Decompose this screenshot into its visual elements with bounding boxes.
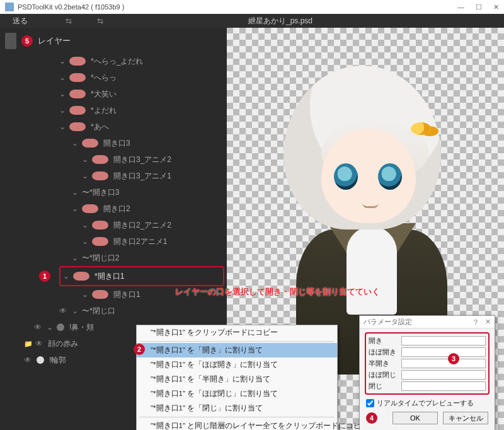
preview-checkbox[interactable]: リアルタイムでプレビューする bbox=[365, 395, 490, 410]
menu-item-assign-half[interactable]: "*開き口1" を「半開き」に割り当て bbox=[137, 372, 337, 386]
layer-row[interactable]: ⌄開き口3_アニメ1 bbox=[59, 168, 224, 184]
layer-thumb bbox=[69, 90, 86, 98]
layer-row[interactable]: ⌄*あへ bbox=[59, 119, 224, 135]
chevron-down-icon: ⌄ bbox=[72, 139, 81, 148]
layer-row-selected[interactable]: 1 ⌄*開き口1 bbox=[59, 266, 224, 286]
layer-row[interactable]: ⌄〜*閉じ口2 bbox=[59, 250, 224, 266]
menu-item-copy-siblings[interactable]: "*開き口1" と同じ階層のレイヤー全てをクリップボードにコピー bbox=[137, 419, 337, 430]
menu-item-assign-close[interactable]: "*開き口1" を「閉じ」に割り当て bbox=[137, 401, 337, 415]
layer-thumb bbox=[57, 323, 64, 331]
parameter-grid: 3 開き ほぼ開き 半開き ほぼ閉じ 閉じ bbox=[365, 332, 490, 395]
layer-thumb bbox=[92, 155, 108, 164]
layer-row[interactable]: ⌄開き口2 bbox=[59, 200, 224, 217]
maximize-button[interactable]: ☐ bbox=[476, 3, 482, 11]
layer-thumb bbox=[82, 139, 98, 148]
menu-item-copy[interactable]: "*開き口1" をクリップボードにコピー bbox=[137, 325, 337, 340]
chevron-down-icon: ⌄ bbox=[82, 221, 91, 230]
menu-item-assign-open[interactable]: 2 "*開き口1" を「開き」に割り当て bbox=[137, 343, 337, 357]
document-thumbnail[interactable] bbox=[5, 33, 16, 49]
chevron-down-icon: ⌄ bbox=[72, 188, 81, 197]
context-menu: "*開き口1" をクリップボードにコピー 2 "*開き口1" を「開き」に割り当… bbox=[136, 325, 338, 430]
layer-row[interactable]: ⌄開き口2アニメ1 bbox=[59, 233, 224, 250]
cancel-button[interactable]: キャンセル bbox=[443, 412, 488, 424]
param-label: ほぼ閉じ bbox=[369, 370, 398, 380]
layer-thumb bbox=[82, 204, 98, 213]
layer-thumb bbox=[69, 57, 86, 66]
layer-panel-header: 5 レイヤー bbox=[3, 32, 224, 50]
chevron-down-icon: ⌄ bbox=[59, 122, 68, 131]
menu-item-assign-almost-open[interactable]: "*開き口1" を「ほぼ開き」に割り当て bbox=[137, 357, 337, 372]
param-input-close[interactable] bbox=[401, 381, 486, 391]
layer-thumb bbox=[92, 221, 108, 230]
layer-row[interactable]: ⌄開き口3_アニメ2 bbox=[59, 151, 224, 168]
preview-checkbox-label: リアルタイムでプレビューする bbox=[377, 398, 474, 408]
layer-panel-title: レイヤー bbox=[38, 35, 71, 47]
layer-thumb bbox=[92, 237, 108, 246]
param-input-almost-open[interactable] bbox=[401, 347, 486, 357]
chevron-down-icon: ⌄ bbox=[59, 73, 68, 82]
send-menu[interactable]: 送る bbox=[13, 16, 28, 26]
parameter-dialog: パラメータ設定 ? ✕ 3 開き ほぼ開き 半開き ほぼ閉じ 閉じ リアルタイム… bbox=[359, 315, 495, 430]
chevron-down-icon: ⌄ bbox=[72, 204, 81, 213]
layer-row[interactable]: ⌄*へらっ_よだれ bbox=[59, 53, 224, 69]
layer-thumb bbox=[73, 272, 89, 281]
chevron-down-icon: ⌄ bbox=[63, 272, 72, 281]
eye-icon[interactable]: 👁 bbox=[24, 356, 33, 364]
badge-3: 3 bbox=[448, 353, 459, 364]
layer-row[interactable]: 👁⌄〜*閉じ口 bbox=[59, 303, 224, 319]
annotation-text: レイヤーの口を選択して開き・閉じ等を割り当てていく bbox=[175, 286, 496, 298]
param-label: 開き bbox=[369, 336, 398, 346]
param-input-open[interactable] bbox=[401, 336, 486, 346]
swap-right-icon[interactable]: ⇆ bbox=[97, 16, 103, 25]
layer-list: ⌄*へらっ_よだれ ⌄*へらっ ⌄*大笑い ⌄*よだれ ⌄*あへ ⌄開き口3 ⌄… bbox=[3, 50, 224, 368]
chevron-down-icon: ⌄ bbox=[59, 106, 68, 115]
layer-row[interactable]: ⌄開き口2_アニメ2 bbox=[59, 217, 224, 233]
character-preview bbox=[258, 66, 466, 343]
layer-row[interactable]: ⌄〜*開き口3 bbox=[59, 184, 224, 200]
ok-button[interactable]: OK bbox=[392, 412, 438, 424]
dialog-titlebar: パラメータ設定 ? ✕ bbox=[360, 316, 495, 328]
badge-5: 5 bbox=[21, 35, 33, 47]
chevron-down-icon: ⌄ bbox=[82, 290, 91, 299]
eye-icon[interactable]: 👁 bbox=[59, 306, 68, 315]
eye-icon[interactable]: 👁 bbox=[35, 339, 44, 348]
layer-thumb bbox=[92, 290, 108, 299]
title-bar: PSDToolKit v0.2beta42 ( f1053b9 ) — ☐ ✕ bbox=[0, 0, 504, 14]
dialog-title: パラメータ設定 bbox=[364, 317, 474, 327]
layer-thumb bbox=[69, 122, 86, 131]
folder-icon[interactable] bbox=[24, 339, 35, 348]
menu-bar: 送る ⇆ ⇆ 紲星あかり_ps.psd bbox=[0, 14, 504, 28]
chevron-down-icon: ⌄ bbox=[72, 253, 81, 262]
menu-item-assign-almost-close[interactable]: "*開き口1" を「ほぼ閉じ」に割り当て bbox=[137, 386, 337, 401]
eye-icon[interactable]: 👁 bbox=[34, 323, 43, 332]
layer-thumb bbox=[92, 171, 108, 180]
help-icon[interactable]: ? bbox=[474, 318, 478, 326]
chevron-down-icon: ⌄ bbox=[82, 237, 91, 246]
layer-row[interactable]: ⌄開き口3 bbox=[59, 135, 224, 151]
badge-4: 4 bbox=[366, 412, 377, 424]
param-input-half[interactable] bbox=[401, 359, 486, 368]
app-icon bbox=[5, 3, 14, 11]
window-title: PSDToolKit v0.2beta42 ( f1053b9 ) bbox=[18, 3, 457, 11]
preview-checkbox-input[interactable] bbox=[366, 399, 374, 407]
param-label: 閉じ bbox=[369, 381, 398, 391]
badge-1: 1 bbox=[39, 270, 50, 282]
chevron-down-icon: ⌄ bbox=[82, 171, 91, 180]
layer-thumb bbox=[37, 356, 44, 364]
minimize-button[interactable]: — bbox=[457, 3, 464, 11]
chevron-down-icon: ⌄ bbox=[82, 155, 91, 164]
swap-left-icon[interactable]: ⇆ bbox=[66, 16, 72, 25]
close-icon[interactable]: ✕ bbox=[485, 318, 491, 326]
layer-row[interactable]: ⌄*へらっ bbox=[59, 69, 224, 86]
chevron-down-icon: ⌄ bbox=[59, 90, 68, 98]
layer-row[interactable]: ⌄*よだれ bbox=[59, 102, 224, 119]
badge-2: 2 bbox=[134, 344, 145, 355]
param-label: ほぼ開き bbox=[369, 347, 398, 357]
layer-row[interactable]: ⌄*大笑い bbox=[59, 86, 224, 102]
chevron-down-icon: ⌄ bbox=[59, 57, 68, 66]
param-input-almost-close[interactable] bbox=[401, 370, 486, 380]
layer-thumb bbox=[69, 73, 86, 82]
layer-thumb bbox=[69, 106, 86, 115]
document-filename: 紲星あかり_ps.psd bbox=[248, 16, 312, 26]
close-button[interactable]: ✕ bbox=[493, 3, 499, 11]
